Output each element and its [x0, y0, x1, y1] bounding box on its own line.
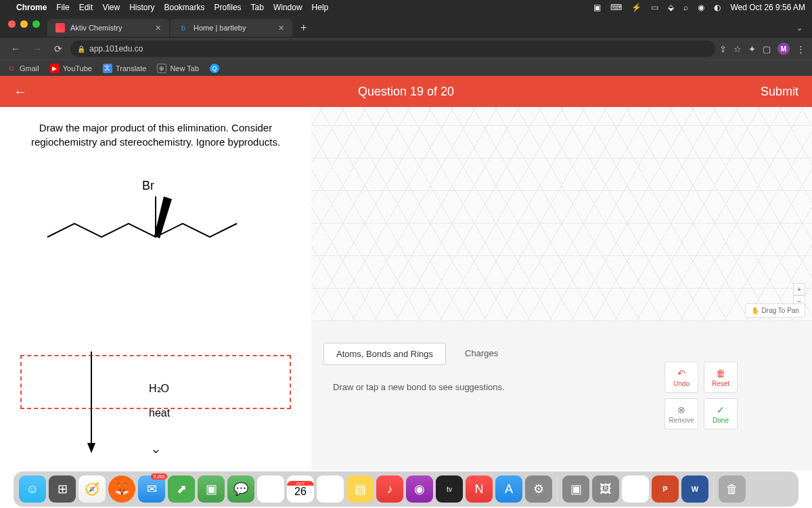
dock-podcasts[interactable]: ◉: [406, 475, 433, 503]
kebab-menu-icon[interactable]: ⋮: [796, 44, 805, 54]
menu-edit[interactable]: Edit: [79, 3, 93, 12]
undo-button[interactable]: ↶ Undo: [664, 362, 698, 393]
new-tab-button[interactable]: +: [294, 22, 313, 34]
dock-finder[interactable]: ☺: [19, 475, 46, 503]
dock-calendar[interactable]: OCT 26: [287, 475, 314, 503]
dock-mail[interactable]: ✉ 9,281: [138, 475, 165, 503]
keyboard-icon[interactable]: ⌨: [610, 3, 622, 12]
dock-word[interactable]: W: [681, 475, 708, 503]
dock-tv[interactable]: tv: [436, 475, 463, 503]
remove-button[interactable]: ⊗ Remove: [664, 398, 698, 429]
siri-icon[interactable]: ◐: [714, 3, 721, 12]
scroll-down-button[interactable]: ⌄: [20, 440, 291, 457]
done-label: Done: [713, 417, 729, 424]
bookmark-youtube[interactable]: ▶ YouTube: [50, 64, 92, 73]
globe-icon: ⊕: [157, 64, 166, 73]
dock-powerpoint[interactable]: P: [652, 475, 679, 503]
bookmark-label: YouTube: [63, 64, 92, 72]
window-minimize-button[interactable]: [20, 20, 28, 28]
window-close-button[interactable]: [8, 20, 16, 28]
menu-profiles[interactable]: Profiles: [215, 3, 242, 12]
aktiv-favicon-icon: [55, 23, 65, 33]
forward-button[interactable]: →: [28, 41, 46, 57]
bookmark-translate[interactable]: 文 Translate: [103, 64, 146, 73]
done-button[interactable]: ✓ Done: [704, 398, 738, 429]
dock-trash[interactable]: 🗑: [719, 475, 746, 503]
dock-news[interactable]: N: [466, 475, 493, 503]
tab-aktiv-chemistry[interactable]: Aktiv Chemistry ✕: [47, 19, 169, 37]
camera-icon[interactable]: ▣: [593, 3, 601, 12]
battery-icon[interactable]: ▭: [651, 3, 658, 12]
drag-to-pan-button[interactable]: ✋ Drag To Pan: [745, 303, 805, 318]
tab-dropdown-button[interactable]: ⌄: [787, 24, 812, 33]
translate-icon: 文: [103, 64, 112, 73]
app-menu[interactable]: Chrome: [16, 3, 47, 12]
cal-day: 26: [294, 486, 307, 498]
lock-icon: 🔒: [77, 45, 85, 53]
cal-month: OCT: [287, 481, 314, 486]
tab-title: Home | bartleby: [194, 24, 246, 32]
drawing-canvas-panel: + − ✋ Drag To Pan Atoms, Bonds and Rings…: [311, 107, 812, 470]
reagent-heat: heat: [149, 407, 170, 419]
dock-chrome[interactable]: ◉: [622, 475, 649, 503]
tab-close-button[interactable]: ✕: [155, 24, 161, 33]
dock-safari[interactable]: 🧭: [78, 475, 106, 503]
hand-icon: ✋: [751, 307, 759, 314]
tab-bartleby[interactable]: b Home | bartleby ✕: [171, 19, 292, 37]
bookmark-star-icon[interactable]: ☆: [734, 44, 742, 54]
drawing-canvas[interactable]: [311, 107, 812, 321]
bookmark-q[interactable]: Q: [210, 64, 219, 73]
submit-button[interactable]: Submit: [761, 85, 798, 99]
dock-preview[interactable]: 🖼: [592, 475, 619, 503]
dock-reminders[interactable]: ☰: [317, 475, 344, 503]
remove-label: Remove: [669, 417, 694, 424]
profile-avatar[interactable]: M: [777, 43, 790, 55]
tab-charges[interactable]: Charges: [453, 343, 510, 365]
tab-title: Aktiv Chemistry: [70, 24, 122, 32]
device-icon[interactable]: ▢: [763, 44, 771, 54]
dock-camera[interactable]: ▣: [562, 475, 589, 503]
menu-help[interactable]: Help: [312, 3, 329, 12]
dock-maps[interactable]: ⬈: [168, 475, 195, 503]
trash-icon: 🗑: [716, 368, 725, 379]
tab-close-button[interactable]: ✕: [278, 24, 284, 33]
reset-button[interactable]: 🗑 Reset: [704, 362, 738, 393]
app-header: ← Question 19 of 20 Submit: [0, 76, 812, 107]
control-center-icon[interactable]: ◉: [698, 3, 704, 12]
dock-photos[interactable]: ✿: [257, 475, 284, 503]
bookmark-newtab[interactable]: ⊕ New Tab: [157, 64, 199, 73]
menu-file[interactable]: File: [56, 3, 69, 12]
bookmark-gmail[interactable]: G Gmail: [7, 64, 39, 73]
menu-window[interactable]: Window: [273, 3, 302, 12]
dock-firefox[interactable]: 🦊: [108, 475, 135, 503]
reload-button[interactable]: ⟳: [50, 41, 66, 57]
browser-chrome: Aktiv Chemistry ✕ b Home | bartleby ✕ + …: [0, 15, 812, 76]
reaction-arrow-icon: [81, 348, 102, 457]
dock-appstore[interactable]: A: [495, 475, 522, 503]
zoom-in-button[interactable]: +: [793, 283, 805, 295]
dock-notes[interactable]: ▤: [346, 475, 374, 503]
datetime[interactable]: Wed Oct 26 9:56 AM: [730, 3, 805, 12]
tab-atoms-bonds-rings[interactable]: Atoms, Bonds and Rings: [323, 343, 446, 365]
menu-view[interactable]: View: [102, 3, 120, 12]
mac-menubar: Chrome File Edit View History Bookmarks …: [0, 0, 812, 15]
dock-settings[interactable]: ⚙: [525, 475, 552, 503]
dock-launchpad[interactable]: ⊞: [49, 475, 76, 503]
dock-music[interactable]: ♪: [376, 475, 403, 503]
menu-history[interactable]: History: [129, 3, 154, 12]
share-icon[interactable]: ⇧: [719, 44, 727, 54]
svg-marker-2: [154, 196, 172, 238]
extension-icon[interactable]: ✦: [748, 44, 756, 54]
wifi-icon[interactable]: ⬙: [668, 3, 674, 12]
menu-tab[interactable]: Tab: [251, 3, 264, 12]
bluetooth-icon[interactable]: ⚡: [631, 3, 641, 12]
back-button[interactable]: ←: [7, 41, 24, 57]
dock-messages[interactable]: 💬: [227, 475, 254, 503]
dock-facetime[interactable]: ▣: [198, 475, 225, 503]
window-maximize-button[interactable]: [32, 20, 40, 28]
question-prompt: Draw the major product of this eliminati…: [20, 121, 291, 149]
search-icon[interactable]: ⌕: [683, 3, 688, 12]
menu-bookmarks[interactable]: Bookmarks: [164, 3, 205, 12]
url-bar[interactable]: 🔒 app.101edu.co: [70, 41, 715, 57]
back-arrow-button[interactable]: ←: [14, 84, 27, 100]
